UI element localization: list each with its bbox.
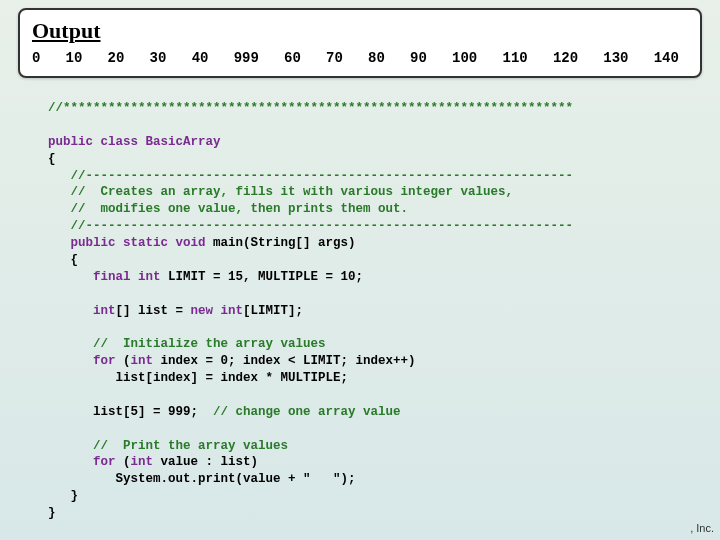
code-line: //--------------------------------------… xyxy=(48,169,573,183)
code-token: ( xyxy=(116,354,131,368)
code-token: // change one array value xyxy=(213,405,401,419)
code-token: LIMIT = 15, MULTIPLE = 10; xyxy=(161,270,364,284)
code-line: list[index] = index * MULTIPLE; xyxy=(48,371,348,385)
code-token: for xyxy=(48,455,116,469)
code-token: int xyxy=(48,304,116,318)
code-line: // Print the array values xyxy=(48,439,288,453)
code-listing: //**************************************… xyxy=(48,100,700,522)
code-token: index = 0; index < LIMIT; index++) xyxy=(153,354,416,368)
code-token: ( xyxy=(116,455,131,469)
code-token: final int xyxy=(48,270,161,284)
output-panel: Output 0 10 20 30 40 999 60 70 80 90 100… xyxy=(18,8,702,78)
code-line: // Creates an array, fills it with vario… xyxy=(48,185,513,199)
code-token: [LIMIT]; xyxy=(243,304,303,318)
copyright-text: , Inc. xyxy=(690,522,714,534)
code-line: { xyxy=(48,253,78,267)
code-token: list[5] = 999; xyxy=(48,405,213,419)
code-token: [] list = xyxy=(116,304,191,318)
code-line: System.out.print(value + " "); xyxy=(48,472,356,486)
code-token: main(String[] args) xyxy=(206,236,356,250)
code-token: for xyxy=(48,354,116,368)
code-token: new int xyxy=(191,304,244,318)
code-line: } xyxy=(48,489,78,503)
code-line: //**************************************… xyxy=(48,101,573,115)
code-line: // modifies one value, then prints them … xyxy=(48,202,408,216)
code-line: public class BasicArray xyxy=(48,135,221,149)
code-line: //--------------------------------------… xyxy=(48,219,573,233)
code-line: { xyxy=(48,152,56,166)
output-values: 0 10 20 30 40 999 60 70 80 90 100 110 12… xyxy=(32,50,688,66)
code-token: public static void xyxy=(48,236,206,250)
code-line: // Initialize the array values xyxy=(48,337,326,351)
output-title: Output xyxy=(32,18,688,44)
code-token: int xyxy=(131,354,154,368)
code-token: value : list) xyxy=(153,455,258,469)
code-token: int xyxy=(131,455,154,469)
code-line: } xyxy=(48,506,56,520)
